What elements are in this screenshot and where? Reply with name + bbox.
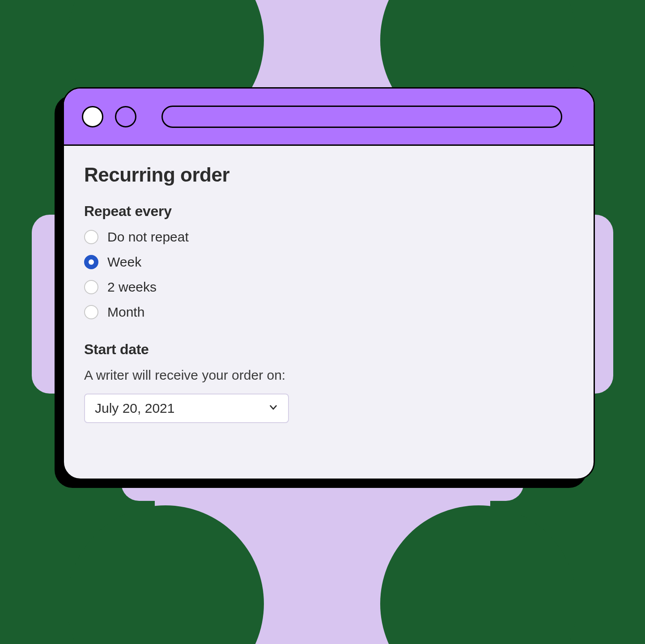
decorative-background-bottom: [165, 492, 479, 644]
radio-icon: [84, 230, 98, 244]
browser-window: Recurring order Repeat every Do not repe…: [63, 87, 595, 480]
window-control-dot-outline[interactable]: [115, 106, 136, 127]
repeat-radio-group: Do not repeat Week 2 weeks Month: [84, 229, 573, 320]
start-date-select[interactable]: July 20, 2021: [84, 394, 289, 423]
start-date-section-label: Start date: [84, 341, 573, 358]
page-title: Recurring order: [84, 164, 573, 186]
radio-option-month[interactable]: Month: [84, 305, 573, 320]
window-content: Recurring order Repeat every Do not repe…: [64, 146, 594, 441]
radio-label: Week: [107, 254, 141, 270]
radio-option-week[interactable]: Week: [84, 254, 573, 270]
radio-option-2-weeks[interactable]: 2 weeks: [84, 280, 573, 295]
start-date-help-text: A writer will receive your order on:: [84, 368, 573, 383]
radio-option-do-not-repeat[interactable]: Do not repeat: [84, 229, 573, 245]
radio-icon: [84, 255, 98, 269]
start-date-value: July 20, 2021: [95, 401, 174, 416]
window-control-dot-filled[interactable]: [82, 106, 103, 127]
chevron-down-icon: [268, 402, 278, 414]
window-titlebar: [64, 89, 594, 146]
repeat-section-label: Repeat every: [84, 203, 573, 220]
radio-icon: [84, 305, 98, 319]
address-bar[interactable]: [161, 106, 562, 128]
radio-label: Month: [107, 305, 144, 320]
radio-label: Do not repeat: [107, 229, 189, 245]
radio-label: 2 weeks: [107, 280, 157, 295]
radio-icon: [84, 280, 98, 294]
